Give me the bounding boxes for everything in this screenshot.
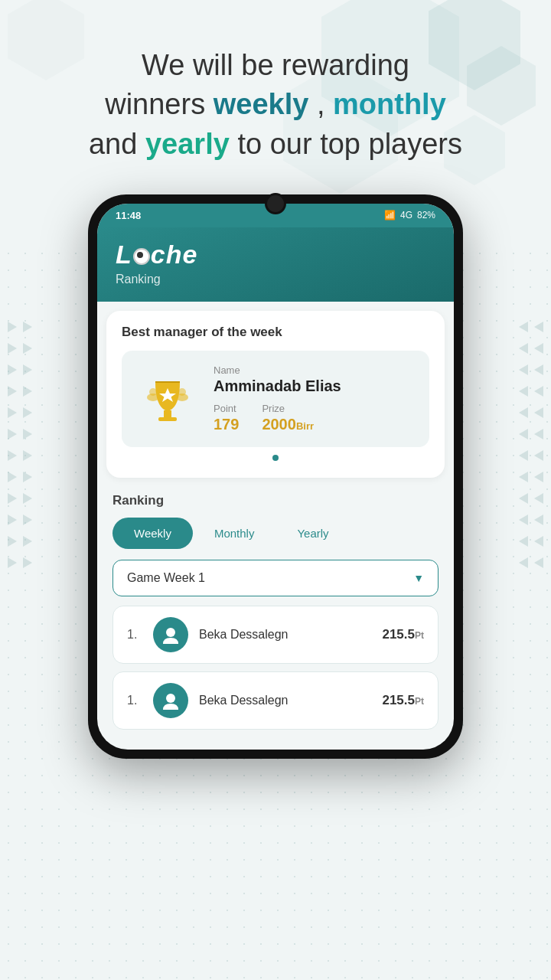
camera-notch	[265, 204, 286, 214]
best-manager-section: Best manager of the week	[106, 311, 445, 478]
point-stat: Point 179	[214, 403, 239, 433]
game-week-dropdown[interactable]: Game Week 1 ▼	[112, 560, 439, 596]
prize-label: Prize	[262, 403, 314, 414]
app-logo: Lche	[116, 240, 435, 270]
weekly-highlight: weekly	[214, 88, 309, 120]
rank-number-2: 1.	[127, 694, 142, 707]
dropdown-label: Game Week 1	[127, 571, 205, 585]
point-value: 179	[214, 416, 239, 433]
ranking-item-1: 1. Beka Dessalegn 215.5Pt	[112, 606, 439, 664]
monthly-highlight: monthly	[333, 88, 446, 120]
manager-name: Amminadab Elias	[214, 377, 414, 395]
tab-monthly[interactable]: Monthly	[193, 518, 276, 549]
name-label: Name	[214, 364, 414, 376]
phone-mockup: 11:48 📶 4G 82% Lche Ranking Best manager…	[88, 194, 463, 759]
logo-ball	[133, 248, 150, 265]
svg-rect-2	[164, 410, 171, 418]
best-manager-title: Best manager of the week	[122, 325, 429, 340]
status-bar: 11:48 📶 4G 82%	[97, 204, 454, 227]
battery-icon: 82%	[417, 210, 435, 220]
manager-info: Name Amminadab Elias Point 179 Prize 200…	[214, 364, 414, 433]
trophy-icon	[137, 368, 198, 430]
status-icons: 📶 4G 82%	[384, 210, 435, 220]
point-label: Point	[214, 403, 239, 414]
player-name-2: Beka Dessalegn	[199, 694, 371, 707]
svg-point-8	[166, 694, 175, 703]
tab-weekly[interactable]: Weekly	[112, 518, 193, 549]
player-name-1: Beka Dessalegn	[199, 628, 371, 642]
chevron-down-icon: ▼	[413, 572, 424, 584]
svg-rect-3	[158, 417, 177, 421]
dot-1	[272, 455, 279, 461]
app-header: Lche Ranking	[97, 227, 454, 302]
header-ranking-label: Ranking	[116, 273, 435, 286]
best-manager-card: Name Amminadab Elias Point 179 Prize 200…	[122, 351, 429, 447]
headline: We will be rewarding winners weekly , mo…	[43, 46, 508, 164]
prize-stat: Prize 2000Birr	[262, 403, 314, 433]
yearly-highlight: yearly	[145, 128, 230, 160]
tab-yearly[interactable]: Yearly	[276, 518, 350, 549]
player-avatar-2	[153, 683, 188, 718]
wifi-icon: 📶	[384, 210, 396, 220]
status-time: 11:48	[116, 210, 141, 221]
player-score-1: 215.5Pt	[382, 627, 424, 642]
ranking-section: Ranking Weekly Monthly Yearly Game Week …	[97, 487, 454, 750]
carousel-dots	[122, 455, 429, 461]
svg-point-6	[178, 388, 186, 396]
svg-point-7	[166, 628, 175, 637]
player-avatar-1	[153, 617, 188, 652]
rank-number-1: 1.	[127, 628, 142, 642]
tab-bar: Weekly Monthly Yearly	[112, 518, 439, 549]
svg-point-5	[149, 388, 157, 396]
player-score-2: 215.5Pt	[382, 693, 424, 708]
ranking-section-title: Ranking	[112, 493, 439, 508]
manager-stats: Point 179 Prize 2000Birr	[214, 403, 414, 433]
ranking-item-2: 1. Beka Dessalegn 215.5Pt	[112, 671, 439, 730]
signal-icon: 4G	[400, 210, 412, 220]
prize-value: 2000Birr	[262, 416, 314, 433]
